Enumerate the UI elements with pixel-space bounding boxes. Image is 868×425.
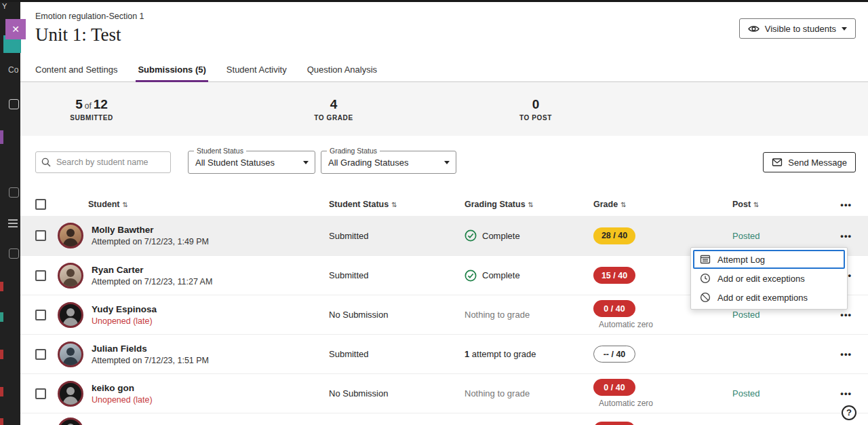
background-icon bbox=[9, 99, 19, 109]
post-status[interactable]: Posted bbox=[727, 231, 829, 241]
post-status[interactable]: Posted bbox=[727, 388, 829, 399]
grading-status-select[interactable]: Grading Status All Grading Statuses bbox=[321, 151, 456, 174]
filter-bar: Student Status All Student Statuses Grad… bbox=[20, 136, 868, 189]
column-student-status[interactable]: Student Status⇅ bbox=[327, 200, 462, 209]
stats-bar: 5of12 SUBMITTED 4 TO GRADE 0 TO POST bbox=[20, 82, 868, 136]
color-sliver bbox=[0, 130, 3, 144]
complete-check-icon bbox=[465, 229, 477, 242]
tab-submissions[interactable]: Submissions (5) bbox=[138, 57, 205, 81]
row-context-menu: Attempt Log Add or edit exceptions Add o… bbox=[690, 247, 848, 310]
row-menu-button[interactable]: ••• bbox=[829, 349, 856, 359]
sort-icon: ⇅ bbox=[528, 201, 534, 208]
help-button[interactable]: ? bbox=[842, 405, 856, 420]
row-checkbox[interactable] bbox=[35, 230, 46, 241]
sort-icon: ⇅ bbox=[123, 201, 128, 208]
student-name[interactable]: Ryan Carter bbox=[92, 265, 212, 275]
avatar bbox=[58, 223, 83, 248]
stat-to-grade: 4 TO GRADE bbox=[283, 97, 384, 122]
grading-status: Complete bbox=[462, 229, 591, 242]
table-menu-button[interactable]: ••• bbox=[829, 200, 856, 210]
column-grade[interactable]: Grade⇅ bbox=[591, 200, 727, 209]
row-checkbox[interactable] bbox=[35, 388, 46, 399]
visibility-dropdown[interactable]: Visible to students bbox=[739, 18, 856, 39]
tab-question-analysis[interactable]: Question Analysis bbox=[307, 57, 377, 81]
screen: Y Co ✕ Emotion regulation-Section 1 Unit… bbox=[0, 0, 868, 425]
student-cell: Julian Fields Attempted on 7/12/23, 1:51… bbox=[56, 341, 327, 367]
student-status: Submitted bbox=[327, 231, 462, 241]
grading-status: Complete bbox=[462, 270, 591, 282]
row-checkbox[interactable] bbox=[35, 349, 46, 360]
select-all-checkbox[interactable] bbox=[35, 199, 46, 210]
avatar bbox=[58, 263, 83, 289]
post-status[interactable]: Posted bbox=[727, 310, 829, 320]
color-sliver bbox=[0, 387, 3, 396]
menu-item-add-exemptions[interactable]: Add or edit exemptions bbox=[693, 288, 845, 307]
grade-note: Automatic zero bbox=[593, 320, 653, 329]
grade-pill[interactable]: -- / 40 bbox=[593, 346, 635, 363]
student-name[interactable]: keiko gon bbox=[92, 383, 153, 393]
row-menu-button[interactable]: ••• bbox=[829, 310, 856, 320]
grading-status-select-value: All Grading Statuses bbox=[328, 158, 409, 168]
close-panel-button[interactable]: ✕ bbox=[5, 19, 26, 39]
color-sliver bbox=[0, 312, 3, 322]
assessment-panel: Emotion regulation-Section 1 Unit 1: Tes… bbox=[20, 2, 868, 425]
grade-pill[interactable]: 15 / 40 bbox=[593, 267, 635, 284]
chevron-down-icon bbox=[303, 161, 309, 164]
attempt-info: Attempted on 7/12/23, 1:51 PM bbox=[92, 356, 209, 365]
background-text-fragment: Co bbox=[8, 65, 18, 75]
tab-student-activity[interactable]: Student Activity bbox=[226, 57, 287, 81]
grade-cell: -- / 40 bbox=[591, 346, 727, 363]
menu-item-add-exceptions[interactable]: Add or edit exceptions bbox=[693, 269, 845, 288]
background-icon bbox=[9, 187, 19, 198]
row-checkbox[interactable] bbox=[35, 270, 46, 281]
attempt-log-icon bbox=[700, 254, 711, 265]
grade-pill[interactable]: 0 / 40 bbox=[593, 379, 635, 396]
grade-cell: 0 / 40 Automatic zero bbox=[591, 379, 727, 408]
grade-note: Automatic zero bbox=[593, 399, 653, 408]
column-grading-status[interactable]: Grading Status⇅ bbox=[462, 200, 591, 209]
table-header: Student⇅ Student Status⇅ Grading Status⇅… bbox=[20, 193, 868, 216]
clock-icon bbox=[700, 273, 711, 284]
table-row[interactable]: Julian Fields Attempted on 7/12/23, 1:51… bbox=[20, 334, 868, 373]
student-cell: Yudy Espinosa Unopened (late) bbox=[56, 302, 327, 328]
chevron-down-icon bbox=[842, 27, 847, 31]
grading-status: Nothing to grade bbox=[462, 388, 591, 399]
tab-bar: Content and Settings Submissions (5) Stu… bbox=[20, 57, 868, 82]
tab-content-and-settings[interactable]: Content and Settings bbox=[35, 57, 117, 81]
column-post[interactable]: Post⇅ bbox=[727, 200, 829, 209]
student-name[interactable]: Yudy Espinosa bbox=[92, 304, 157, 314]
student-name[interactable]: Molly Bawther bbox=[92, 225, 209, 235]
menu-item-attempt-log[interactable]: Attempt Log bbox=[693, 250, 845, 269]
search-input[interactable] bbox=[35, 151, 171, 173]
visibility-label: Visible to students bbox=[765, 24, 836, 34]
stat-submitted: 5of12 SUBMITTED bbox=[41, 97, 142, 122]
grade-pill[interactable]: 28 / 40 bbox=[593, 227, 635, 244]
grade-cell: 28 / 40 bbox=[591, 227, 727, 244]
search-box bbox=[35, 151, 171, 173]
table-row[interactable]: keiko gon Unopened (late) No Submission … bbox=[20, 373, 868, 413]
grading-status: Nothing to grade bbox=[462, 310, 591, 320]
sort-icon: ⇅ bbox=[753, 201, 759, 208]
menu-lines-icon bbox=[8, 217, 18, 229]
background-page-strip: Y Co bbox=[0, 0, 20, 425]
row-menu-button[interactable]: ••• bbox=[829, 231, 856, 241]
color-sliver bbox=[0, 282, 3, 291]
chevron-down-icon bbox=[444, 161, 450, 164]
row-menu-button[interactable]: ••• bbox=[829, 388, 856, 399]
color-sliver bbox=[0, 350, 3, 359]
grade-pill bbox=[593, 422, 635, 425]
student-status-select-label: Student Status bbox=[194, 147, 246, 155]
grade-pill[interactable]: 0 / 40 bbox=[593, 300, 635, 317]
page-top-edge bbox=[0, 0, 868, 2]
column-student[interactable]: Student⇅ bbox=[56, 200, 327, 209]
student-name[interactable]: Julian Fields bbox=[92, 344, 209, 354]
stat-to-post: 0 TO POST bbox=[485, 97, 587, 122]
attempt-info: Attempted on 7/12/23, 1:49 PM bbox=[92, 237, 209, 246]
send-message-button[interactable]: Send Message bbox=[763, 152, 856, 172]
grading-status-select-label: Grading Status bbox=[327, 147, 380, 155]
avatar bbox=[58, 381, 83, 407]
row-checkbox[interactable] bbox=[35, 310, 46, 320]
complete-check-icon bbox=[465, 270, 477, 282]
sort-icon: ⇅ bbox=[391, 201, 397, 208]
student-status-select[interactable]: Student Status All Student Statuses bbox=[188, 151, 315, 174]
